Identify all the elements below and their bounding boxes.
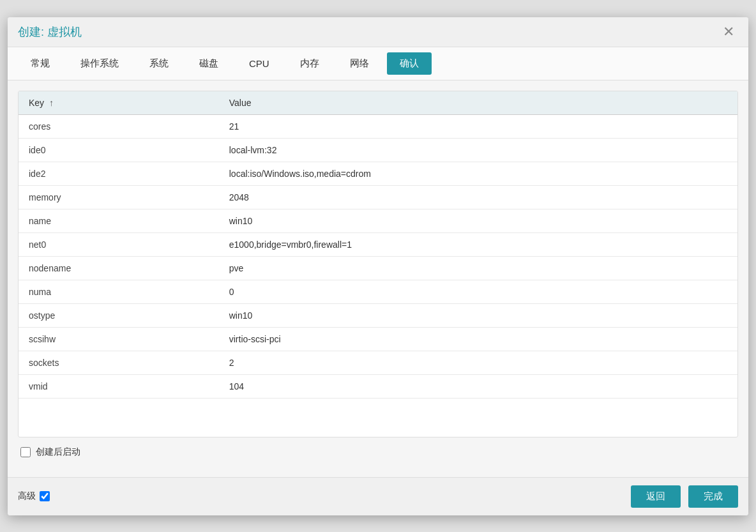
table-cell-value: 0 (219, 280, 737, 303)
advanced-label: 高级 (18, 490, 36, 502)
table-cell-value: 104 (219, 374, 737, 398)
table-cell-key: ide0 (19, 138, 219, 162)
table-cell-key: numa (19, 280, 219, 303)
tab-memory[interactable]: 内存 (287, 52, 332, 75)
table-row: net0e1000,bridge=vmbr0,firewall=1 (19, 232, 737, 256)
tab-cpu[interactable]: CPU (236, 53, 282, 74)
finish-button[interactable]: 完成 (688, 485, 738, 508)
table-cell-key: ide2 (19, 162, 219, 185)
tab-general[interactable]: 常规 (18, 52, 63, 75)
table-cell-key: nodename (19, 256, 219, 280)
table-cell-value: local:iso/Windows.iso,media=cdrom (219, 162, 737, 185)
table-row: ide2local:iso/Windows.iso,media=cdrom (19, 162, 737, 185)
table-row: scsihwvirtio-scsi-pci (19, 327, 737, 351)
table-cell-value: 2048 (219, 185, 737, 209)
tab-bar: 常规 操作系统 系统 磁盘 CPU 内存 网络 确认 (8, 47, 748, 80)
confirm-table: Key ↑ Value cores21ide0local-lvm:32ide2l… (19, 91, 737, 419)
tab-network[interactable]: 网络 (337, 52, 382, 75)
dialog-body: Key ↑ Value cores21ide0local-lvm:32ide2l… (8, 80, 748, 477)
table-row: memory2048 (19, 185, 737, 209)
value-column-header: Value (219, 91, 737, 115)
tab-confirm[interactable]: 确认 (387, 52, 432, 75)
table-cell-key: net0 (19, 232, 219, 256)
table-empty-row (19, 398, 737, 419)
table-cell-value: local-lvm:32 (219, 138, 737, 162)
table-cell-value: 2 (219, 351, 737, 374)
table-cell-key: vmid (19, 374, 219, 398)
confirm-table-container: Key ↑ Value cores21ide0local-lvm:32ide2l… (18, 91, 738, 437)
table-cell-value: win10 (219, 303, 737, 327)
table-cell-key: sockets (19, 351, 219, 374)
table-row: ide0local-lvm:32 (19, 138, 737, 162)
advanced-section: 高级 (18, 490, 50, 502)
table-row: sockets2 (19, 351, 737, 374)
table-cell-value: e1000,bridge=vmbr0,firewall=1 (219, 232, 737, 256)
table-cell-value: virtio-scsi-pci (219, 327, 737, 351)
table-cell-value: win10 (219, 209, 737, 232)
tab-os[interactable]: 操作系统 (68, 52, 132, 75)
table-cell-key: memory (19, 185, 219, 209)
key-column-header[interactable]: Key ↑ (19, 91, 219, 115)
table-row: ostypewin10 (19, 303, 737, 327)
table-cell-key: name (19, 209, 219, 232)
table-cell-value: pve (219, 256, 737, 280)
table-cell-key: ostype (19, 303, 219, 327)
table-row: numa0 (19, 280, 737, 303)
create-vm-dialog: 创建: 虚拟机 ✕ 常规 操作系统 系统 磁盘 CPU 内存 网络 确认 Key… (8, 17, 748, 515)
start-after-create-checkbox[interactable] (20, 447, 31, 457)
advanced-checkbox[interactable] (40, 491, 50, 501)
table-row: vmid104 (19, 374, 737, 398)
close-button[interactable]: ✕ (719, 24, 738, 40)
back-button[interactable]: 返回 (631, 485, 681, 508)
table-row: nodenamepve (19, 256, 737, 280)
tab-disk[interactable]: 磁盘 (186, 52, 231, 75)
sort-arrow-icon: ↑ (49, 98, 54, 108)
start-after-create-row: 创建后启动 (18, 437, 738, 467)
tab-system[interactable]: 系统 (137, 52, 181, 75)
table-row: cores21 (19, 114, 737, 138)
start-after-create-label[interactable]: 创建后启动 (36, 446, 80, 458)
dialog-title: 创建: 虚拟机 (18, 24, 82, 40)
table-cell-key: cores (19, 114, 219, 138)
dialog-footer: 高级 返回 完成 (8, 477, 748, 515)
table-row: namewin10 (19, 209, 737, 232)
table-cell-value: 21 (219, 114, 737, 138)
table-cell-key: scsihw (19, 327, 219, 351)
dialog-header: 创建: 虚拟机 ✕ (8, 17, 748, 47)
